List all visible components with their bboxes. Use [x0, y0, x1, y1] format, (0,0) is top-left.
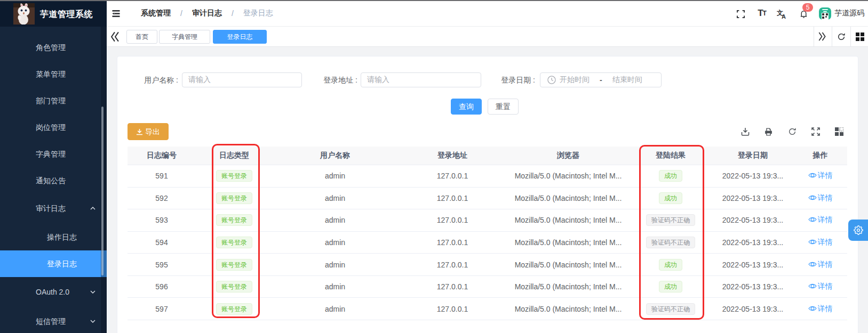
svg-text:A: A: [782, 13, 786, 19]
